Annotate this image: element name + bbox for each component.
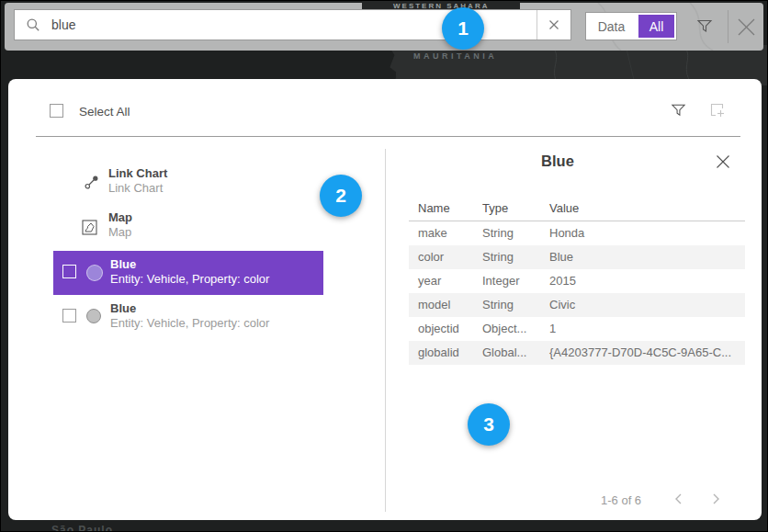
cell-type: String — [482, 221, 514, 245]
cell-name: objectid — [418, 317, 459, 341]
properties-table: Name Type Value make String Honda color … — [409, 197, 745, 365]
cell-type: String — [482, 245, 514, 269]
result-checkbox[interactable] — [62, 265, 76, 278]
result-item-link-chart[interactable]: Link Chart Link Chart — [76, 164, 333, 199]
column-header-type: Type — [482, 197, 508, 221]
screenshot-root: MAURITANIA São Paulo Data All — [0, 0, 768, 532]
cell-value: 2015 — [549, 269, 576, 293]
search-icon — [26, 17, 40, 32]
cell-type: Object... — [482, 317, 526, 341]
result-subtitle: Map — [108, 225, 131, 239]
toolbar-divider — [728, 10, 728, 43]
column-header-name: Name — [418, 197, 450, 221]
cell-value: 1 — [549, 317, 556, 341]
cell-value: Blue — [549, 245, 573, 269]
link-chart-icon — [84, 174, 100, 194]
cell-value: Honda — [549, 221, 584, 245]
result-title: Blue — [110, 257, 136, 271]
cell-value: {A4203777-D70D-4C5C-9A65-C... — [549, 341, 731, 365]
details-close-icon[interactable] — [716, 154, 730, 173]
filter-icon[interactable] — [696, 17, 713, 38]
entity-circle-icon — [86, 309, 101, 323]
callout-3-badge: 3 — [468, 403, 510, 446]
pagination-label: 1-6 of 6 — [601, 493, 641, 507]
table-row: color String Blue — [409, 245, 745, 269]
callout-2-badge: 2 — [320, 175, 362, 217]
map-label-mauritania: MAURITANIA — [413, 51, 497, 61]
table-row: globalid Global... {A4203777-D70D-4C5C-9… — [409, 341, 745, 365]
add-to-selection-icon[interactable] — [708, 101, 726, 122]
search-toolbar: Data All — [5, 3, 763, 51]
result-title: Map — [108, 210, 132, 224]
map-icon — [82, 220, 97, 239]
clear-x-icon — [548, 19, 559, 30]
cell-name: model — [418, 293, 450, 317]
result-title: Blue — [110, 301, 136, 315]
search-results-panel: Select All Link Chart — [8, 79, 762, 520]
results-filter-icon[interactable] — [671, 102, 686, 121]
entity-circle-icon — [86, 265, 103, 281]
cell-type: Global... — [482, 341, 526, 365]
result-item-blue-selected[interactable]: Blue Entity: Vehicle, Property: color — [53, 251, 323, 295]
cell-type: Integer — [482, 269, 519, 293]
map-label-bottom: São Paulo — [51, 524, 113, 532]
result-subtitle: Link Chart — [108, 181, 163, 195]
scope-data-button[interactable]: Data — [586, 19, 637, 34]
result-title: Link Chart — [108, 166, 167, 180]
result-item-blue[interactable]: Blue Entity: Vehicle, Property: color — [53, 297, 323, 339]
scope-all-button[interactable]: All — [638, 15, 674, 38]
result-checkbox[interactable] — [62, 309, 76, 323]
search-bar — [14, 9, 571, 40]
clear-search-button[interactable] — [536, 10, 570, 40]
result-item-map[interactable]: Map Map — [76, 209, 333, 243]
select-all-label: Select All — [79, 105, 130, 119]
table-row: model String Civic — [409, 293, 745, 317]
cell-name: year — [418, 269, 441, 293]
table-header-row: Name Type Value — [409, 197, 745, 221]
map-label-western-sahara: WESTERN SAHARA — [393, 2, 489, 9]
select-all-checkbox[interactable] — [50, 104, 63, 118]
cell-name: globalid — [418, 341, 459, 365]
column-header-value: Value — [549, 197, 579, 221]
callout-1-badge: 1 — [442, 7, 484, 50]
list-details-divider — [385, 149, 386, 512]
cell-name: color — [418, 245, 444, 269]
result-subtitle: Entity: Vehicle, Property: color — [110, 272, 269, 286]
map-peek-strip: WESTERN SAHARA — [362, 1, 520, 9]
pagination-next-icon[interactable] — [708, 492, 723, 510]
details-title: Blue — [385, 153, 730, 170]
scope-toggle: Data All — [585, 12, 677, 40]
panel-header-divider — [36, 136, 740, 137]
cell-name: make — [418, 221, 447, 245]
close-search-icon[interactable] — [736, 17, 757, 41]
table-row: make String Honda — [409, 221, 745, 245]
cell-value: Civic — [549, 293, 575, 317]
cell-type: String — [482, 293, 514, 317]
result-subtitle: Entity: Vehicle, Property: color — [110, 316, 269, 330]
table-row: year Integer 2015 — [409, 269, 745, 293]
pagination-prev-icon[interactable] — [672, 492, 686, 510]
table-row: objectid Object... 1 — [409, 317, 745, 341]
